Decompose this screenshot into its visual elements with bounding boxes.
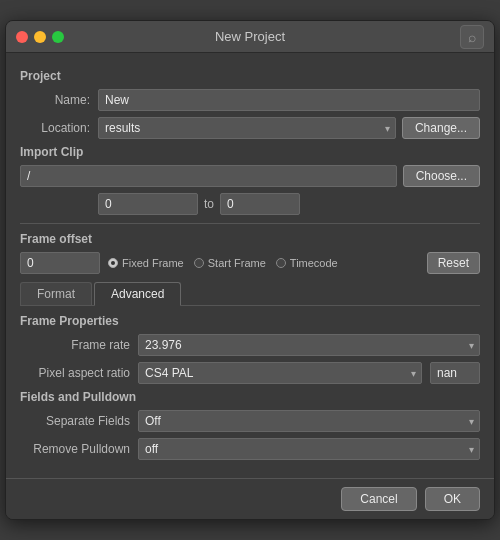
radio-fixed-frame[interactable]: Fixed Frame: [108, 257, 184, 269]
radio-timecode-dot: [276, 258, 286, 268]
fields-pulldown-section-label: Fields and Pulldown: [20, 390, 480, 404]
radio-timecode-label: Timecode: [290, 257, 338, 269]
location-select-wrapper: results: [98, 117, 396, 139]
separate-fields-row: Separate Fields Off Upper Field First Lo…: [20, 410, 480, 432]
new-project-window: New Project ⌕ Project Name: Location: re…: [5, 20, 495, 520]
divider-1: [20, 223, 480, 224]
main-content: Project Name: Location: results Change..…: [6, 53, 494, 478]
location-row: Location: results Change...: [20, 117, 480, 139]
radio-start-label: Start Frame: [208, 257, 266, 269]
remove-pulldown-select[interactable]: off on: [138, 438, 480, 460]
ok-button[interactable]: OK: [425, 487, 480, 511]
reset-button[interactable]: Reset: [427, 252, 480, 274]
footer: Cancel OK: [6, 478, 494, 519]
name-row: Name:: [20, 89, 480, 111]
separate-fields-select-wrapper: Off Upper Field First Lower Field First: [138, 410, 480, 432]
frame-offset-section-label: Frame offset: [20, 232, 480, 246]
radio-fixed-dot: [108, 258, 118, 268]
titlebar: New Project ⌕: [6, 21, 494, 53]
frame-rate-select[interactable]: 23.976 24 25 29.97 30: [138, 334, 480, 356]
name-label: Name:: [20, 93, 90, 107]
close-button[interactable]: [16, 31, 28, 43]
radio-fixed-label: Fixed Frame: [122, 257, 184, 269]
pixel-aspect-select[interactable]: CS4 PAL Square Pixels D1/DV NTSC D1/DV P…: [138, 362, 422, 384]
change-button[interactable]: Change...: [402, 117, 480, 139]
radio-group: Fixed Frame Start Frame Timecode: [108, 257, 413, 269]
maximize-button[interactable]: [52, 31, 64, 43]
clip-to-input[interactable]: [220, 193, 300, 215]
search-icon[interactable]: ⌕: [460, 25, 484, 49]
radio-start-frame[interactable]: Start Frame: [194, 257, 266, 269]
remove-pulldown-select-wrapper: off on: [138, 438, 480, 460]
separate-fields-label: Separate Fields: [20, 414, 130, 428]
location-select[interactable]: results: [98, 117, 396, 139]
remove-pulldown-label: Remove Pulldown: [20, 442, 130, 456]
clip-from-input[interactable]: [98, 193, 198, 215]
radio-start-dot: [194, 258, 204, 268]
clip-path-input[interactable]: [20, 165, 397, 187]
clip-path-row: Choose...: [20, 165, 480, 187]
location-label: Location:: [20, 121, 90, 135]
frame-rate-row: Frame rate 23.976 24 25 29.97 30: [20, 334, 480, 356]
tab-bar: Format Advanced: [20, 282, 480, 306]
cancel-button[interactable]: Cancel: [341, 487, 416, 511]
window-title: New Project: [215, 29, 285, 44]
frame-offset-row: Fixed Frame Start Frame Timecode Reset: [20, 252, 480, 274]
to-label: to: [204, 197, 214, 211]
clip-range-row: to: [20, 193, 480, 215]
tab-format[interactable]: Format: [20, 282, 92, 305]
frame-offset-input[interactable]: [20, 252, 100, 274]
import-clip-section-label: Import Clip: [20, 145, 480, 159]
separate-fields-select[interactable]: Off Upper Field First Lower Field First: [138, 410, 480, 432]
radio-timecode[interactable]: Timecode: [276, 257, 338, 269]
frame-rate-select-wrapper: 23.976 24 25 29.97 30: [138, 334, 480, 356]
frame-properties-section-label: Frame Properties: [20, 314, 480, 328]
tab-advanced[interactable]: Advanced: [94, 282, 181, 306]
remove-pulldown-row: Remove Pulldown off on: [20, 438, 480, 460]
choose-button[interactable]: Choose...: [403, 165, 480, 187]
project-section-label: Project: [20, 69, 480, 83]
name-input[interactable]: [98, 89, 480, 111]
frame-rate-label: Frame rate: [20, 338, 130, 352]
pixel-aspect-row: Pixel aspect ratio CS4 PAL Square Pixels…: [20, 362, 480, 384]
pixel-aspect-select-wrapper: CS4 PAL Square Pixels D1/DV NTSC D1/DV P…: [138, 362, 422, 384]
minimize-button[interactable]: [34, 31, 46, 43]
pixel-aspect-label: Pixel aspect ratio: [20, 366, 130, 380]
traffic-lights: [16, 31, 64, 43]
nan-input[interactable]: [430, 362, 480, 384]
